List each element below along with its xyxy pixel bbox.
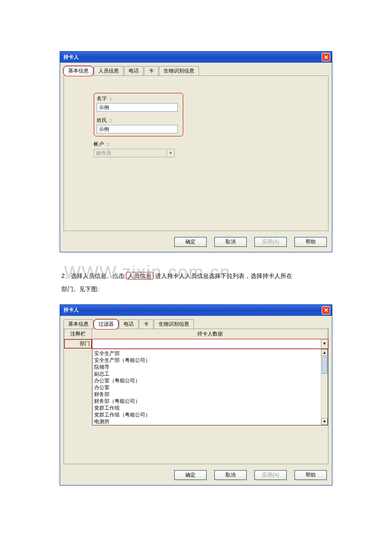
apply-button[interactable]: 应用(A) <box>254 470 287 480</box>
chevron-down-icon[interactable]: ▼ <box>167 149 174 157</box>
tab-phone[interactable]: 电话 <box>119 319 138 329</box>
titlebar[interactable]: 持卡人 ✕ <box>60 52 332 63</box>
name-field[interactable] <box>97 103 178 112</box>
department-input[interactable] <box>92 339 321 348</box>
list-item[interactable]: 办公室 <box>94 384 319 391</box>
tab-filter[interactable]: 过滤器 <box>94 319 118 329</box>
list-item[interactable]: 安全生产部 <box>94 350 319 357</box>
close-icon[interactable]: ✕ <box>322 53 330 61</box>
list-item[interactable]: 安全生产部（粤能公司） <box>94 357 319 364</box>
apply-button[interactable]: 应用(A) <box>254 237 287 247</box>
tab-basic-info[interactable]: 基本信息 <box>63 66 93 76</box>
department-dropdown[interactable]: 安全生产部安全生产部（粤能公司）院领导副总工办公室（粤能公司）办公室财务部财务部… <box>92 349 328 425</box>
surname-field[interactable] <box>97 125 178 133</box>
scroll-down-icon[interactable]: ▼ <box>321 418 328 425</box>
account-label: 帐户 ： <box>94 141 179 148</box>
list-item[interactable]: 院领导 <box>94 364 319 370</box>
tab-pane: 名字 ： 姓氏 ： 帐户 ： ▼ <box>63 75 329 231</box>
list-item[interactable]: 党群工作组（粤能公司） <box>94 411 319 418</box>
account-combo[interactable]: ▼ <box>94 149 175 157</box>
account-value <box>94 149 167 157</box>
list-item[interactable]: 党群工作组 <box>94 405 319 411</box>
list-item[interactable]: 财务部 <box>94 391 319 398</box>
inline-highlight: 人员信息 <box>126 272 153 280</box>
cancel-button[interactable]: 取消 <box>214 470 247 480</box>
list-item[interactable]: 副总工 <box>94 370 319 377</box>
tab-row: 基本信息 人员信息 电话 卡 生物识别信息 <box>60 63 332 75</box>
col-comment: 注释栏 <box>64 329 92 339</box>
tab-card[interactable]: 卡 <box>144 66 159 75</box>
scrollbar[interactable]: ▲ ▼ <box>321 349 328 425</box>
scroll-up-icon[interactable]: ▲ <box>321 349 328 356</box>
ok-button[interactable]: 确定 <box>174 237 207 247</box>
scroll-thumb[interactable] <box>322 357 327 374</box>
button-row: 确定 取消 应用(A) 帮助 <box>60 470 332 485</box>
tab-pane: 注释栏 持卡人数据 部门 ▼ 安全生产部安全生产部（粤能公司）院领导副总工办公室… <box>63 329 329 464</box>
instruction-text: 2、选择人员信息。点击 人员信息 进入持卡人人员信息选择下拉列表，选择持卡人所在… <box>60 269 332 296</box>
grid-row-department: 部门 ▼ <box>64 339 328 349</box>
chevron-down-icon[interactable]: ▼ <box>321 339 328 348</box>
cancel-button[interactable]: 取消 <box>214 237 247 247</box>
window-title: 持卡人 <box>63 306 79 314</box>
tab-biometric[interactable]: 生物识别信息 <box>154 319 194 329</box>
close-icon[interactable]: ✕ <box>322 306 330 315</box>
surname-label: 姓氏 ： <box>97 117 182 124</box>
cardholder-dialog-1: 持卡人 ✕ 基本信息 人员信息 电话 卡 生物识别信息 名字 ： 姓氏 ： 帐户… <box>60 51 332 252</box>
tab-basic-info[interactable]: 基本信息 <box>63 319 93 329</box>
row-label-department: 部门 <box>64 339 92 349</box>
button-row: 确定 取消 应用(A) 帮助 <box>60 237 332 252</box>
name-label: 名字 ： <box>97 95 182 102</box>
tab-card[interactable]: 卡 <box>139 319 153 329</box>
tab-row: 基本信息 过滤器 电话 卡 生物识别信息 <box>60 316 332 329</box>
help-button[interactable]: 帮助 <box>294 470 327 480</box>
list-item[interactable]: 办公室（粤能公司） <box>94 377 319 384</box>
tab-person-info[interactable]: 人员信息 <box>94 66 124 75</box>
grid-header: 注释栏 持卡人数据 <box>64 329 328 339</box>
ok-button[interactable]: 确定 <box>174 470 207 480</box>
cardholder-dialog-2: 持卡人 ✕ 基本信息 过滤器 电话 卡 生物识别信息 注释栏 持卡人数据 部门 … <box>60 304 332 486</box>
help-button[interactable]: 帮助 <box>294 237 327 247</box>
titlebar[interactable]: 持卡人 ✕ <box>60 305 332 316</box>
list-item[interactable]: 财务部（粤能公司） <box>94 398 319 405</box>
tab-phone[interactable]: 电话 <box>124 66 144 75</box>
tab-biometric[interactable]: 生物识别信息 <box>159 66 199 75</box>
department-combo[interactable]: ▼ <box>92 339 328 349</box>
col-data: 持卡人数据 <box>92 329 328 339</box>
window-title: 持卡人 <box>63 54 79 61</box>
list-item[interactable]: 电测所 <box>94 418 319 425</box>
